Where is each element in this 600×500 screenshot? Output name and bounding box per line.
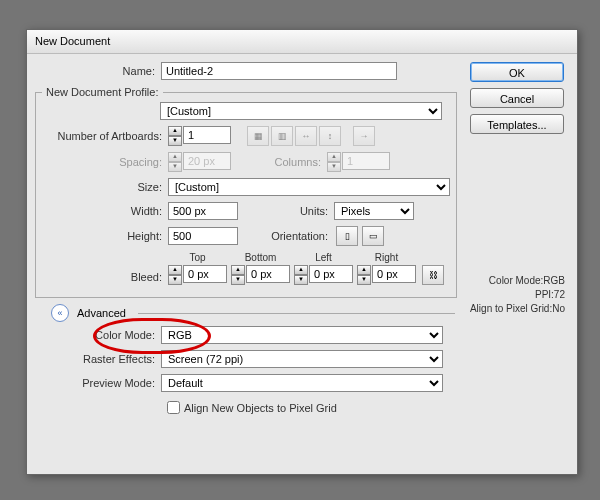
portrait-icon[interactable]: ▯ [336,226,358,246]
columns-input [342,152,390,170]
bleed-bottom-label: Bottom [245,252,277,263]
bleed-label: Bleed: [42,271,168,283]
width-label: Width: [42,205,168,217]
height-label: Height: [42,230,168,242]
new-document-dialog: New Document Name: New Document Profile:… [26,29,578,475]
templates-button[interactable]: Templates... [470,114,564,134]
down-icon[interactable]: ▼ [168,136,182,146]
bleed-left-input[interactable] [309,265,353,283]
units-select[interactable]: Pixels [334,202,414,220]
up-icon[interactable]: ▲ [168,126,182,136]
artboards-spinner[interactable]: ▲▼ [168,126,231,146]
preview-select[interactable]: Default [161,374,443,392]
raster-select[interactable]: Screen (72 ppi) [161,350,443,368]
height-input[interactable] [168,227,238,245]
down-icon: ▼ [327,162,341,172]
cancel-button[interactable]: Cancel [470,88,564,108]
size-select[interactable]: [Custom] [168,178,450,196]
orientation-label: Orientation: [238,230,334,242]
spacing-input [183,152,231,170]
row-ltr-icon: ↔ [295,126,317,146]
size-label: Size: [42,181,168,193]
info-align: Align to Pixel Grid:No [467,302,565,316]
down-icon: ▼ [168,162,182,172]
link-bleed-icon[interactable]: ⛓ [422,265,444,285]
raster-label: Raster Effects: [35,353,161,365]
bleed-top-spinner[interactable]: ▲▼ [168,265,227,285]
bleed-top-label: Top [189,252,205,263]
window-title: New Document [35,35,110,47]
units-label: Units: [238,205,334,217]
info-colormode: Color Mode:RGB [467,274,565,288]
columns-spinner: ▲▼ [327,152,390,172]
bleed-right-input[interactable] [372,265,416,283]
preview-label: Preview Mode: [35,377,161,389]
info-panel: Color Mode:RGB PPI:72 Align to Pixel Gri… [467,274,567,316]
titlebar: New Document [27,30,577,54]
align-pixel-grid-label: Align New Objects to Pixel Grid [184,402,337,414]
width-input[interactable] [168,202,238,220]
advanced-label: Advanced [77,307,126,319]
grid-by-row-icon: ▦ [247,126,269,146]
bleed-left-spinner[interactable]: ▲▼ [294,265,353,285]
align-pixel-grid-checkbox[interactable] [167,401,180,414]
artboards-input[interactable] [183,126,231,144]
profile-label: New Document Profile: [42,86,163,98]
advanced-toggle[interactable]: « [51,304,69,322]
artboards-label: Number of Artboards: [42,130,168,142]
name-label: Name: [35,65,161,77]
name-input[interactable] [161,62,397,80]
landscape-icon[interactable]: ▭ [362,226,384,246]
spacing-spinner: ▲▼ [168,152,231,172]
grid-by-col-icon: ▥ [271,126,293,146]
ok-button[interactable]: OK [470,62,564,82]
up-icon: ▲ [168,152,182,162]
profile-group: New Document Profile: [Custom] Number of… [35,86,457,298]
bleed-right-spinner[interactable]: ▲▼ [357,265,416,285]
colormode-select[interactable]: RGB [161,326,443,344]
profile-select[interactable]: [Custom] [160,102,442,120]
bleed-bottom-spinner[interactable]: ▲▼ [231,265,290,285]
bleed-left-label: Left [315,252,332,263]
columns-label: Columns: [231,156,327,168]
colormode-label: Color Mode: [35,329,161,341]
bleed-top-input[interactable] [183,265,227,283]
row-rtl-icon: ↕ [319,126,341,146]
up-icon: ▲ [327,152,341,162]
arrange-icon: → [353,126,375,146]
spacing-label: Spacing: [42,156,168,168]
bleed-right-label: Right [375,252,398,263]
info-ppi: PPI:72 [467,288,565,302]
bleed-bottom-input[interactable] [246,265,290,283]
